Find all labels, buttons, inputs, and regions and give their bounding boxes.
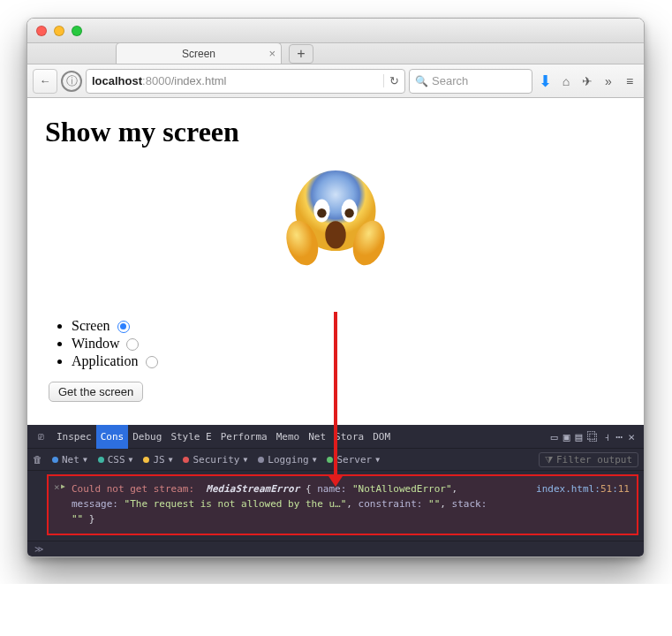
window-close-button[interactable] bbox=[36, 26, 47, 36]
console-filter-input[interactable]: ⧩ Filter output bbox=[539, 452, 638, 467]
devtools-tab-dom[interactable]: DOM bbox=[368, 425, 395, 449]
media-source-options: Screen Window Application bbox=[72, 318, 626, 369]
console-error-message[interactable]: × ▶ index.html:51:11 Could not get strea… bbox=[47, 474, 638, 535]
clear-console-icon[interactable]: 🗑 bbox=[33, 454, 42, 466]
tab-title: Screen bbox=[182, 48, 215, 60]
window-minimize-button[interactable] bbox=[54, 26, 64, 36]
devtools-settings-icon[interactable]: ⋯ bbox=[615, 430, 623, 443]
expand-icon[interactable]: ▶ bbox=[61, 481, 65, 492]
console-prompt[interactable]: ≫ bbox=[27, 541, 644, 556]
filter-security[interactable]: Security ▼ bbox=[178, 453, 252, 466]
back-button[interactable]: ← bbox=[33, 69, 57, 94]
get-screen-button[interactable]: Get the screen bbox=[49, 382, 143, 402]
tab-strip: Screen × + bbox=[27, 43, 644, 64]
extensions-icon[interactable]: ✈ bbox=[578, 74, 596, 88]
tab-close-icon[interactable]: × bbox=[268, 47, 276, 60]
devtools-tab-performa[interactable]: Performa bbox=[216, 425, 272, 449]
devtools-close-icon[interactable]: × bbox=[628, 430, 635, 443]
devtools-command-icon[interactable]: ▭ bbox=[551, 430, 558, 443]
svg-point-2 bbox=[317, 208, 326, 217]
titlebar bbox=[27, 19, 644, 43]
devtools-responsive-icon[interactable]: ▣ bbox=[563, 430, 570, 443]
reload-icon[interactable]: ↻ bbox=[383, 74, 399, 87]
window-maximize-button[interactable] bbox=[72, 26, 82, 36]
browser-window: Screen × + ← ⓘ localhost:8000/index.html… bbox=[26, 18, 645, 557]
new-tab-button[interactable]: + bbox=[289, 44, 313, 64]
address-bar[interactable]: localhost:8000/index.html ↻ bbox=[86, 69, 405, 94]
devtools-tab-style e[interactable]: Style E bbox=[166, 425, 215, 449]
svg-point-5 bbox=[325, 221, 345, 248]
media-option-application: Application bbox=[72, 353, 626, 369]
annotation-arrow bbox=[334, 312, 337, 480]
radio-screen[interactable] bbox=[117, 321, 130, 333]
media-option-window: Window bbox=[72, 336, 626, 352]
devtools-split-icon[interactable]: ⿻ bbox=[587, 430, 599, 443]
url-port: :8000 bbox=[142, 74, 171, 87]
url-host: localhost bbox=[92, 74, 142, 87]
scream-emoji-icon bbox=[278, 163, 393, 277]
devtools-tab-net[interactable]: Net bbox=[304, 425, 330, 449]
downloads-icon[interactable]: ⬇ bbox=[536, 72, 554, 91]
filter-server[interactable]: Server ▼ bbox=[322, 453, 384, 466]
toolbar: ← ⓘ localhost:8000/index.html ↻ 🔍 Search… bbox=[27, 64, 644, 98]
overflow-icon[interactable]: » bbox=[600, 74, 617, 88]
radio-window[interactable] bbox=[126, 338, 139, 351]
site-info-icon[interactable]: ⓘ bbox=[61, 71, 82, 92]
filter-css[interactable]: CSS ▼ bbox=[94, 453, 138, 466]
filter-net[interactable]: Net ▼ bbox=[48, 453, 92, 466]
url-path: /index.html bbox=[171, 74, 227, 87]
browser-tab[interactable]: Screen × bbox=[116, 42, 282, 64]
filter-js[interactable]: JS ▼ bbox=[139, 453, 177, 466]
devtools-tab-cons[interactable]: Cons bbox=[96, 425, 129, 449]
search-input[interactable]: 🔍 Search bbox=[409, 69, 532, 94]
media-option-screen: Screen bbox=[72, 318, 626, 334]
filter-logging[interactable]: Logging ▼ bbox=[253, 453, 321, 466]
filter-icon: ⧩ bbox=[545, 454, 553, 466]
annotation-arrow-head bbox=[328, 476, 343, 487]
devtools-tab-inspec[interactable]: Inspec bbox=[52, 425, 96, 449]
menu-icon[interactable]: ≡ bbox=[621, 74, 638, 88]
devtools-tab-debug[interactable]: Debug bbox=[128, 425, 166, 449]
devtools-paint-icon[interactable]: ▤ bbox=[576, 430, 583, 443]
devtools-tab-memo[interactable]: Memo bbox=[272, 425, 305, 449]
page-title: Show my screen bbox=[45, 116, 626, 148]
search-icon: 🔍 bbox=[415, 75, 428, 87]
element-picker-icon[interactable]: ⎚ bbox=[31, 431, 50, 443]
home-icon[interactable]: ⌂ bbox=[557, 74, 575, 88]
devtools-dock-icon[interactable]: ⫞ bbox=[604, 430, 610, 443]
radio-application[interactable] bbox=[146, 356, 158, 368]
page-content: Show my screen Scree bbox=[27, 98, 644, 425]
message-dismiss-icon[interactable]: × bbox=[54, 480, 60, 495]
svg-point-4 bbox=[344, 208, 353, 217]
